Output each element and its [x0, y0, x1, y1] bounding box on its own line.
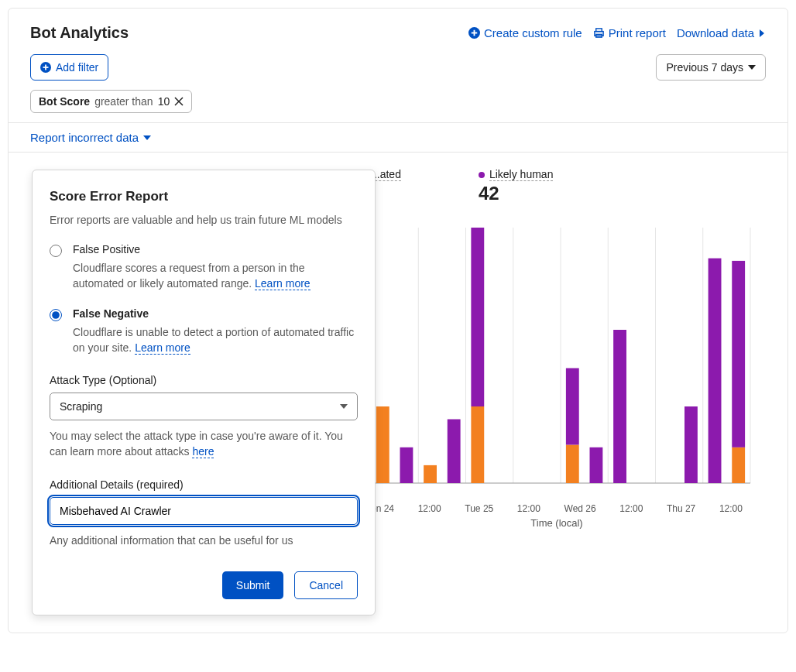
chip-value: 10 — [158, 95, 170, 108]
svg-rect-30 — [613, 330, 626, 483]
header-actions: Create custom rule Print report Download… — [468, 26, 766, 39]
additional-details-label: Additional Details (required) — [50, 478, 358, 491]
score-error-report-modal: Score Error Report Error reports are val… — [32, 170, 376, 615]
svg-rect-31 — [684, 406, 698, 483]
learn-more-link[interactable]: Learn more — [135, 341, 190, 355]
radio-false-negative-input[interactable] — [50, 309, 62, 321]
download-data-label: Download data — [677, 26, 754, 39]
dot-icon — [479, 172, 485, 178]
radio-false-negative[interactable]: False Negative Cloudflare is unable to d… — [50, 307, 358, 356]
attack-type-value: Scraping — [60, 400, 102, 413]
radio-false-positive-label: False Positive — [73, 243, 358, 255]
report-incorrect-data-label: Report incorrect data — [30, 131, 139, 144]
print-report-link[interactable]: Print report — [593, 26, 666, 39]
time-range-label: Previous 7 days — [666, 61, 743, 74]
add-filter-label: Add filter — [56, 61, 98, 74]
svg-rect-32 — [709, 259, 722, 483]
radio-false-positive-input[interactable] — [50, 245, 62, 257]
page-title: Bot Analytics — [30, 24, 129, 42]
svg-rect-23 — [424, 465, 437, 483]
cancel-button[interactable]: Cancel — [294, 571, 358, 599]
legend-likely-human-value: 42 — [479, 183, 554, 204]
chip-operator: greater than — [94, 95, 153, 108]
active-filters: Bot Score greater than 10 — [9, 90, 787, 122]
caret-down-icon — [748, 65, 756, 70]
svg-rect-25 — [471, 406, 484, 483]
caret-down-icon — [143, 135, 151, 140]
modal-buttons: Submit Cancel — [50, 571, 358, 599]
additional-details-input[interactable] — [50, 497, 358, 525]
svg-rect-29 — [590, 447, 603, 483]
attacks-here-link[interactable]: here — [192, 445, 214, 458]
create-custom-rule-link[interactable]: Create custom rule — [468, 26, 582, 39]
chip-field: Bot Score — [39, 95, 90, 108]
radio-false-positive-desc: Cloudflare scores a request from a perso… — [73, 260, 358, 292]
print-icon — [593, 27, 605, 39]
filter-row: Add filter Previous 7 days — [9, 50, 787, 90]
additional-details-field: Additional Details (required) Any additi… — [50, 478, 358, 548]
legend-likely-human[interactable]: Likely human 42 — [479, 168, 554, 204]
modal-title: Score Error Report — [50, 189, 358, 204]
svg-rect-27 — [566, 445, 579, 484]
submit-button[interactable]: Submit — [222, 571, 284, 599]
filter-chip-bot-score[interactable]: Bot Score greater than 10 — [30, 90, 192, 113]
plus-circle-icon — [40, 62, 51, 73]
chart-legend: ...ated Likely human 42 — [371, 168, 766, 204]
attack-type-help: You may select the attack type in case y… — [50, 428, 358, 460]
attack-type-select[interactable]: Scraping — [50, 393, 358, 420]
x-axis-ticks: on 2412:00Tue 2512:00Wed 2612:00Thu 2712… — [371, 503, 743, 514]
caret-down-icon — [340, 404, 348, 409]
plus-circle-icon — [468, 27, 480, 39]
svg-rect-34 — [732, 261, 745, 447]
add-filter-button[interactable]: Add filter — [30, 54, 108, 81]
create-custom-rule-label: Create custom rule — [484, 26, 582, 39]
attack-type-label: Attack Type (Optional) — [50, 374, 358, 386]
close-icon[interactable] — [174, 97, 184, 106]
panel-header: Bot Analytics Create custom rule Print r… — [9, 9, 787, 50]
chevron-right-icon — [758, 29, 766, 38]
svg-rect-28 — [566, 369, 579, 445]
svg-rect-24 — [448, 420, 461, 484]
x-axis-label: Time (local) — [371, 517, 743, 529]
print-report-label: Print report — [609, 26, 666, 39]
attack-type-field: Attack Type (Optional) Scraping You may … — [50, 374, 358, 460]
radio-false-negative-label: False Negative — [73, 307, 358, 320]
legend-likely-human-label: Likely human — [489, 168, 554, 181]
radio-false-positive[interactable]: False Positive Cloudflare scores a reque… — [50, 243, 358, 292]
svg-rect-21 — [376, 406, 389, 483]
svg-rect-2 — [472, 33, 478, 34]
download-data-link[interactable]: Download data — [677, 26, 766, 39]
svg-rect-22 — [400, 447, 413, 483]
bot-analytics-panel: Bot Analytics Create custom rule Print r… — [8, 8, 788, 633]
additional-details-help: Any additional information that can be u… — [50, 533, 358, 548]
report-incorrect-data-link[interactable]: Report incorrect data — [9, 123, 787, 152]
svg-rect-26 — [471, 228, 484, 406]
svg-rect-8 — [43, 67, 49, 68]
radio-false-negative-desc: Cloudflare is unable to detect a portion… — [73, 324, 358, 356]
time-range-select[interactable]: Previous 7 days — [656, 54, 766, 81]
svg-rect-33 — [732, 447, 745, 483]
learn-more-link[interactable]: Learn more — [255, 277, 311, 290]
modal-subtitle: Error reports are valuable and help us t… — [50, 214, 358, 226]
